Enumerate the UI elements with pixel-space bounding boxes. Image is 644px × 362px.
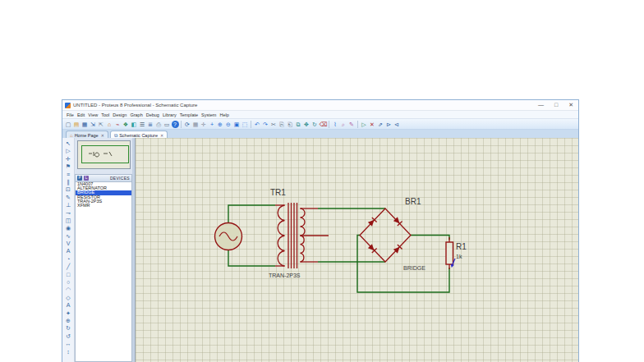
menu-library[interactable]: Library — [161, 112, 178, 117]
pick-devices-button[interactable]: P — [77, 176, 82, 181]
overview-pane[interactable] — [77, 140, 131, 169]
schematic-canvas[interactable]: TR1 TRAN-2P3S BR1 BRIDGE R1 1k — [135, 138, 578, 362]
home-page-button[interactable]: ⌂ — [106, 121, 113, 128]
bridge-value-label[interactable]: BRIDGE — [403, 265, 426, 271]
wires[interactable] — [228, 205, 449, 292]
block-delete-button[interactable]: ⌫ — [320, 121, 327, 128]
print-design-button[interactable]: ⎙ — [155, 121, 163, 128]
property-assignment-button[interactable]: ✎ — [348, 121, 356, 128]
wire[interactable] — [228, 205, 275, 223]
help-button[interactable]: ? — [172, 121, 179, 128]
subcircuit-mode-icon[interactable]: ⊡ — [64, 186, 73, 193]
text-script-mode-icon[interactable]: ≡ — [64, 171, 73, 178]
false-origin-button[interactable]: ✛ — [200, 121, 208, 128]
close-project-button[interactable]: ⇱ — [98, 121, 105, 128]
design-explorer-button[interactable]: ☰ — [139, 121, 146, 128]
menu-view[interactable]: View — [86, 112, 99, 117]
2d-arc-mode-icon[interactable]: ◠ — [64, 286, 73, 293]
return-to-parent-button[interactable]: ⊲ — [393, 121, 401, 128]
zoom-area-button[interactable]: ⬚ — [242, 121, 249, 128]
zoom-out-button[interactable]: ⊖ — [225, 121, 232, 128]
terminals-mode-icon[interactable]: ⊥ — [64, 201, 73, 208]
menu-system[interactable]: System — [200, 112, 218, 117]
bill-of-materials-button[interactable]: ≣ — [147, 121, 154, 128]
import-project-button[interactable]: ⇲ — [90, 121, 97, 128]
toggle-grid-button[interactable]: ▦ — [192, 121, 200, 128]
library-manager-button[interactable]: L — [84, 176, 89, 181]
rotate-clockwise-icon[interactable]: ↻ — [64, 324, 73, 332]
2d-circle-mode-icon[interactable]: ○ — [64, 278, 73, 286]
close-button[interactable]: ✕ — [568, 100, 573, 110]
instant-edit-mode-icon[interactable]: ✎ — [64, 194, 73, 201]
new-project-button[interactable]: ▢ — [65, 121, 72, 128]
pcb-layout-button[interactable]: ❖ — [122, 121, 130, 128]
component-mode-icon[interactable]: ▷ — [64, 147, 73, 154]
voltage-probe-mode-icon[interactable]: V — [64, 240, 73, 247]
paste-button[interactable]: ⎗ — [287, 121, 294, 128]
zoom-in-button[interactable]: ⊕ — [217, 121, 224, 128]
rotate-anticlockwise-icon[interactable]: ↺ — [64, 332, 73, 340]
transformer-value-label[interactable]: TRAN-2P3S — [269, 273, 301, 278]
cut-button[interactable]: ✂ — [270, 121, 278, 128]
menu-file[interactable]: File — [65, 112, 76, 117]
title-bar[interactable]: UNTITLED - Proteus 8 Professional - Sche… — [62, 100, 578, 111]
2d-text-mode-icon[interactable]: A — [64, 301, 73, 309]
block-copy-button[interactable]: ⧉ — [295, 121, 302, 128]
ac-source[interactable] — [215, 223, 242, 250]
y-mirror-icon[interactable]: ↕ — [64, 348, 73, 355]
menu-tool[interactable]: Tool — [99, 112, 111, 117]
device-pins-mode-icon[interactable]: ⊸ — [64, 209, 73, 217]
wire[interactable] — [411, 236, 449, 241]
menu-graph[interactable]: Graph — [128, 112, 144, 117]
2d-marker-mode-icon[interactable]: ⊕ — [64, 317, 73, 324]
transformer-ref-label[interactable]: TR1 — [270, 188, 286, 197]
search-and-tag-button[interactable]: ⌕ — [340, 121, 347, 128]
goto-sheet-button[interactable]: ⇗ — [377, 121, 384, 128]
buses-mode-icon[interactable]: ∥ — [64, 178, 73, 186]
minimize-button[interactable]: — — [538, 100, 544, 110]
open-project-button[interactable]: ▤ — [73, 121, 80, 128]
wire[interactable] — [357, 236, 449, 293]
block-rotate-button[interactable]: ↻ — [311, 121, 319, 128]
3d-visualizer-button[interactable]: ◧ — [131, 121, 138, 128]
zoom-to-child-button[interactable]: ⊳ — [385, 121, 393, 128]
wire-autorouter-button[interactable]: ⌇ — [332, 121, 339, 128]
center-at-cursor-button[interactable]: + — [209, 121, 216, 128]
menu-edit[interactable]: Edit — [76, 112, 86, 117]
maximize-button[interactable]: □ — [554, 100, 558, 110]
menu-debug[interactable]: Debug — [145, 112, 161, 117]
bridge-br1[interactable] — [360, 208, 411, 262]
junction-dot-mode-icon[interactable]: ✛ — [64, 155, 73, 163]
current-probe-mode-icon[interactable]: A — [64, 247, 73, 254]
wire-label-mode-icon[interactable]: ⚑ — [64, 163, 73, 170]
2d-path-mode-icon[interactable]: ◇ — [64, 294, 73, 301]
mark-output-area-button[interactable]: ▭ — [163, 121, 171, 128]
x-mirror-icon[interactable]: ↔ — [64, 340, 73, 347]
copy-button[interactable]: ⎘ — [278, 121, 286, 128]
menu-design[interactable]: Design — [111, 112, 128, 117]
bridge-ref-label[interactable]: BR1 — [405, 197, 421, 206]
menu-help[interactable]: Help — [218, 112, 230, 117]
block-move-button[interactable]: ✥ — [303, 121, 310, 128]
wire[interactable] — [228, 250, 275, 266]
resistor-value-label[interactable]: 1k — [456, 254, 462, 259]
generator-mode-icon[interactable]: ∿ — [64, 232, 73, 240]
transformer-tr1[interactable] — [275, 203, 329, 268]
virtual-instruments-mode-icon[interactable]: ◔ — [64, 255, 73, 263]
device-list-item[interactable]: XFMR — [76, 204, 131, 208]
save-project-button[interactable]: ▦ — [81, 121, 89, 128]
graph-mode-icon[interactable]: ◫ — [64, 217, 73, 224]
new-sheet-button[interactable]: ▷ — [361, 121, 368, 128]
redraw-display-button[interactable]: ⟳ — [184, 121, 191, 128]
2d-line-mode-icon[interactable]: ╱ — [64, 263, 73, 270]
schematic-capture-button[interactable]: ⌁ — [114, 121, 122, 128]
undo-button[interactable]: ↶ — [254, 121, 261, 128]
remove-sheet-button[interactable]: ✕ — [369, 121, 376, 128]
tape-recorder-mode-icon[interactable]: ◉ — [64, 224, 73, 231]
2d-symbol-mode-icon[interactable]: ✦ — [64, 309, 73, 317]
2d-box-mode-icon[interactable]: □ — [64, 271, 73, 278]
selection-mode-icon[interactable]: ↖ — [64, 140, 73, 147]
menu-template[interactable]: Template — [178, 112, 200, 117]
resistor-ref-label[interactable]: R1 — [456, 242, 467, 251]
redo-button[interactable]: ↷ — [262, 121, 269, 128]
